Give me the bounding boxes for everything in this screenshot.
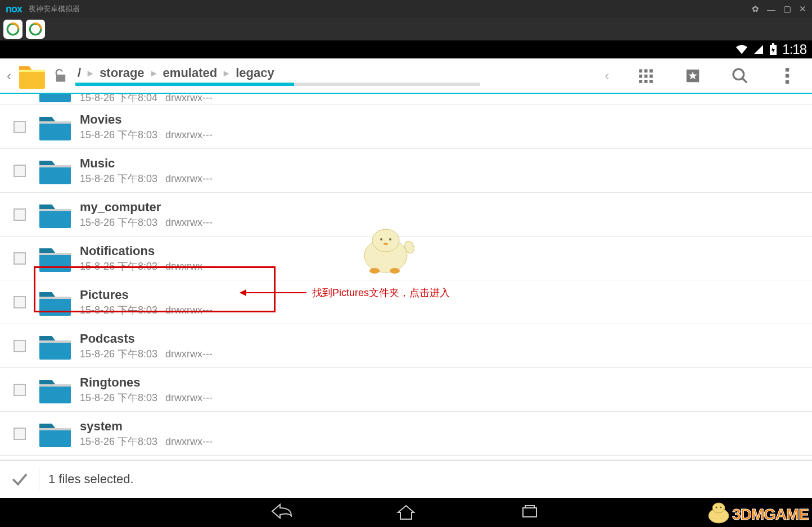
wifi-icon xyxy=(735,43,748,56)
row-checkbox[interactable] xyxy=(13,428,26,440)
svg-line-17 xyxy=(742,78,747,83)
row-checkbox[interactable] xyxy=(13,296,26,308)
unlock-icon[interactable] xyxy=(52,67,70,85)
breadcrumb-emulated[interactable]: emulated xyxy=(161,66,220,80)
file-meta: 15-8-26 下午8:03drwxrwx--- xyxy=(80,435,213,448)
row-checkbox[interactable] xyxy=(13,208,26,221)
svg-rect-14 xyxy=(649,80,653,83)
svg-point-27 xyxy=(369,268,380,274)
annotation-text: 找到Pictures文件夹，点击进入 xyxy=(312,286,450,299)
back-chevron-icon[interactable]: ‹ xyxy=(3,59,15,93)
file-meta: 15-8-26 下午8:04drwxrwx--- xyxy=(80,94,213,105)
bookmark-button[interactable] xyxy=(682,65,704,87)
svg-rect-7 xyxy=(644,69,648,72)
folder-icon xyxy=(37,418,73,449)
breadcrumb-legacy[interactable]: legacy xyxy=(233,66,277,80)
search-button[interactable] xyxy=(729,65,751,87)
nav-recents-button[interactable] xyxy=(518,502,541,523)
confirm-selection-button[interactable] xyxy=(0,468,39,490)
list-item[interactable]: system15-8-26 下午8:03drwxrwx--- xyxy=(0,412,812,456)
app-shortcut-1[interactable] xyxy=(3,20,22,39)
breadcrumb-storage[interactable]: storage xyxy=(97,66,146,80)
svg-rect-5 xyxy=(56,74,65,81)
folder-icon xyxy=(37,374,73,406)
file-name: Music xyxy=(80,156,213,171)
folder-icon xyxy=(37,94,73,105)
app-folder-icon[interactable] xyxy=(17,62,47,90)
battery-icon xyxy=(769,43,778,56)
svg-rect-13 xyxy=(644,80,648,83)
nav-home-button[interactable] xyxy=(395,502,417,523)
status-time: 1:18 xyxy=(782,42,806,57)
file-meta: 15-8-26 下午8:03drwxrwx--- xyxy=(80,347,213,361)
overflow-menu-button[interactable] xyxy=(776,65,799,87)
watermark-text: 3DMGAME xyxy=(732,506,809,524)
file-name: Notifications xyxy=(80,244,213,258)
breadcrumb-scrollbar[interactable] xyxy=(75,83,480,86)
svg-point-25 xyxy=(384,243,388,245)
android-statusbar: 1:18 xyxy=(0,40,812,58)
row-checkbox[interactable] xyxy=(13,165,26,177)
chevron-right-icon: ▸ xyxy=(84,67,96,79)
svg-point-34 xyxy=(720,507,721,508)
row-checkbox[interactable] xyxy=(13,340,26,352)
svg-rect-10 xyxy=(644,74,648,78)
maximize-button[interactable]: ▢ xyxy=(783,4,791,14)
scroll-left-icon[interactable]: ‹ xyxy=(605,67,610,84)
chevron-right-icon: ▸ xyxy=(148,67,160,79)
breadcrumb-root[interactable]: / xyxy=(75,66,83,80)
list-item[interactable]: Podcasts15-8-26 下午8:03drwxrwx--- xyxy=(0,324,812,368)
svg-point-22 xyxy=(372,229,399,252)
svg-point-28 xyxy=(390,268,400,274)
file-meta: 15-8-26 下午8:03drwxrwx--- xyxy=(80,128,213,142)
mascot-character xyxy=(358,225,419,278)
svg-point-24 xyxy=(389,238,391,240)
row-checkbox[interactable] xyxy=(13,121,26,133)
folder-icon xyxy=(37,287,73,318)
folder-icon xyxy=(37,243,73,274)
settings-icon[interactable]: ✿ xyxy=(752,4,759,14)
svg-rect-20 xyxy=(786,80,789,83)
svg-rect-18 xyxy=(786,68,789,71)
svg-rect-4 xyxy=(19,70,45,72)
row-checkbox[interactable] xyxy=(13,252,26,265)
folder-icon xyxy=(37,199,73,230)
list-item[interactable]: Music15-8-26 下午8:03drwxrwx--- xyxy=(0,149,812,193)
list-item[interactable]: 15-8-26 下午8:04drwxrwx--- xyxy=(0,94,812,105)
annotation-arrow: 找到Pictures文件夹，点击进入 xyxy=(242,286,450,299)
file-meta: 15-8-26 下午8:03drwxrwx--- xyxy=(80,172,213,185)
svg-point-32 xyxy=(712,503,725,513)
folder-icon xyxy=(37,111,73,143)
watermark-mascot-icon xyxy=(706,501,731,524)
svg-rect-19 xyxy=(786,74,789,77)
watermark: 3DMGAME xyxy=(706,501,809,524)
svg-point-23 xyxy=(380,238,382,240)
minimize-button[interactable]: — xyxy=(767,4,775,14)
selection-footer: 1 files selected. xyxy=(0,460,812,498)
emulator-titlebar: nox 夜神安卓模拟器 ✿ — ▢ ✕ xyxy=(0,0,812,18)
svg-rect-12 xyxy=(639,80,642,83)
file-name: Movies xyxy=(80,112,213,127)
selection-count-text: 1 files selected. xyxy=(48,472,134,487)
file-name: my_computer xyxy=(80,200,213,215)
android-navbar xyxy=(0,498,812,527)
list-item[interactable]: Movies15-8-26 下午8:03drwxrwx--- xyxy=(0,105,812,149)
svg-rect-6 xyxy=(639,69,642,72)
file-name: system xyxy=(80,419,213,434)
file-meta: 15-8-26 下午8:03drwxrwx--- xyxy=(80,303,213,317)
breadcrumb: / ▸ storage ▸ emulated ▸ legacy xyxy=(75,66,480,83)
list-item[interactable]: Ringtones15-8-26 下午8:03drwxrwx--- xyxy=(0,368,812,412)
nav-back-button[interactable] xyxy=(271,502,294,523)
svg-rect-3 xyxy=(772,43,774,45)
view-grid-button[interactable] xyxy=(634,65,657,87)
chevron-right-icon: ▸ xyxy=(220,67,232,79)
svg-rect-11 xyxy=(649,74,653,78)
file-meta: 15-8-26 下午8:03drwxrwx--- xyxy=(80,260,213,273)
row-checkbox[interactable] xyxy=(13,384,26,396)
file-name: Pictures xyxy=(80,288,213,302)
app-shortcut-2[interactable] xyxy=(26,20,45,39)
svg-rect-8 xyxy=(649,69,653,72)
close-button[interactable]: ✕ xyxy=(799,4,806,14)
file-name: Podcasts xyxy=(80,331,213,346)
file-meta: 15-8-26 下午8:03drwxrwx--- xyxy=(80,216,213,229)
